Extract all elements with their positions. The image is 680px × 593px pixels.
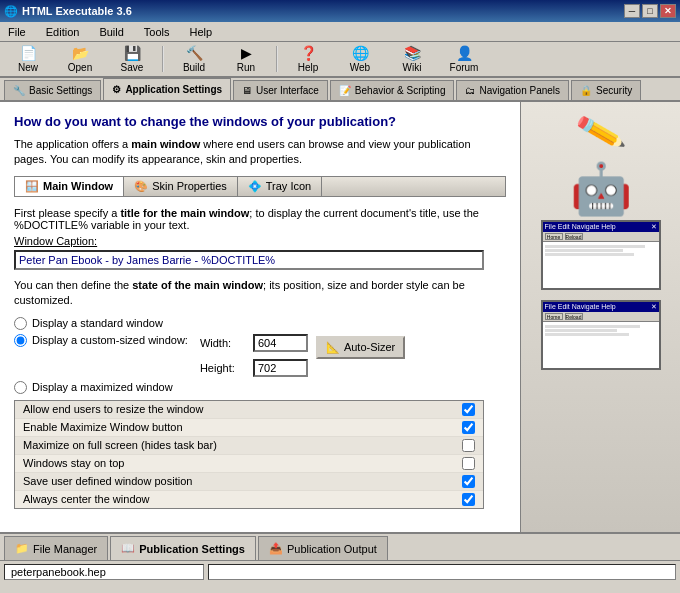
publication-settings-icon: 📖 bbox=[121, 542, 135, 555]
checkbox-5[interactable] bbox=[462, 493, 475, 506]
title-bar-text: HTML Executable 3.6 bbox=[22, 5, 132, 17]
autosizer-button[interactable]: 📐 Auto-Sizer bbox=[316, 336, 405, 359]
radio-custom-input[interactable] bbox=[14, 334, 27, 347]
separator-1 bbox=[162, 46, 164, 72]
publication-output-icon: 📤 bbox=[269, 542, 283, 555]
main-window-icon: 🪟 bbox=[25, 180, 39, 193]
app-icon: 🌐 bbox=[4, 5, 18, 18]
file-manager-icon: 📁 bbox=[15, 542, 29, 555]
tab-security[interactable]: 🔒 Security bbox=[571, 80, 641, 100]
menu-help[interactable]: Help bbox=[186, 24, 217, 40]
main-content: How do you want to change the windows of… bbox=[0, 102, 520, 532]
checkbox-1[interactable] bbox=[462, 421, 475, 434]
radio-maximized[interactable]: Display a maximized window bbox=[14, 381, 506, 394]
sub-tab-tray-icon[interactable]: 💠 Tray Icon bbox=[238, 177, 322, 196]
illustration: ✏️ 🤖 File Edit Navigate Help ✕ Home Relo… bbox=[521, 112, 680, 370]
radio-custom[interactable]: Display a custom-sized window: bbox=[14, 334, 188, 347]
help-button[interactable]: ❓ Help bbox=[284, 44, 332, 74]
screen-mini-1: File Edit Navigate Help ✕ Home Reload bbox=[541, 220, 661, 290]
height-input[interactable] bbox=[253, 359, 308, 377]
app-settings-icon: ⚙ bbox=[112, 84, 121, 95]
status-bar: peterpanebook.hep bbox=[0, 560, 680, 582]
close-button[interactable]: ✕ bbox=[660, 4, 676, 18]
new-icon: 📄 bbox=[20, 45, 37, 61]
minimize-button[interactable]: ─ bbox=[624, 4, 640, 18]
checkbox-4[interactable] bbox=[462, 475, 475, 488]
help-icon: ❓ bbox=[300, 45, 317, 61]
width-row: Width: bbox=[200, 334, 308, 352]
section-text-1: First please specify a title for the mai… bbox=[14, 207, 506, 231]
bottom-tab-publication-output[interactable]: 📤 Publication Output bbox=[258, 536, 388, 560]
web-button[interactable]: 🌐 Web bbox=[336, 44, 384, 74]
content-area: How do you want to change the windows of… bbox=[0, 102, 680, 532]
side-panel: ✏️ 🤖 File Edit Navigate Help ✕ Home Relo… bbox=[520, 102, 680, 532]
window-caption-label: Window Caption: bbox=[14, 235, 506, 247]
width-label: Width: bbox=[200, 337, 245, 349]
forum-button[interactable]: 👤 Forum bbox=[440, 44, 488, 74]
web-icon: 🌐 bbox=[352, 45, 369, 61]
checkbox-2[interactable] bbox=[462, 439, 475, 452]
forum-icon: 👤 bbox=[456, 45, 473, 61]
separator-2 bbox=[276, 46, 278, 72]
radio-standard-input[interactable] bbox=[14, 317, 27, 330]
tab-behavior-scripting[interactable]: 📝 Behavior & Scripting bbox=[330, 80, 455, 100]
option-row-0: Allow end users to resize the window bbox=[15, 401, 483, 419]
autosizer-icon: 📐 bbox=[326, 341, 340, 354]
maximize-button[interactable]: □ bbox=[642, 4, 658, 18]
height-row: Height: bbox=[200, 359, 308, 377]
tab-user-interface[interactable]: 🖥 User Interface bbox=[233, 80, 328, 100]
options-table: Allow end users to resize the window Ena… bbox=[14, 400, 484, 509]
security-icon: 🔒 bbox=[580, 85, 592, 96]
tab-navigation-panels[interactable]: 🗂 Navigation Panels bbox=[456, 80, 569, 100]
tool-icon: ✏️ bbox=[573, 107, 627, 159]
height-label: Height: bbox=[200, 362, 245, 374]
status-filename: peterpanebook.hep bbox=[4, 564, 204, 580]
tab-application-settings[interactable]: ⚙ Application Settings bbox=[103, 78, 231, 100]
wiki-icon: 📚 bbox=[404, 45, 421, 61]
radio-standard[interactable]: Display a standard window bbox=[14, 317, 506, 330]
sub-tab-main-window[interactable]: 🪟 Main Window bbox=[15, 177, 124, 196]
page-title: How do you want to change the windows of… bbox=[14, 114, 506, 129]
width-input[interactable] bbox=[253, 334, 308, 352]
main-tabs: 🔧 Basic Settings ⚙ Application Settings … bbox=[0, 78, 680, 102]
menu-file[interactable]: File bbox=[4, 24, 30, 40]
checkbox-0[interactable] bbox=[462, 403, 475, 416]
menu-build[interactable]: Build bbox=[95, 24, 127, 40]
behavior-icon: 📝 bbox=[339, 85, 351, 96]
skin-icon: 🎨 bbox=[134, 180, 148, 193]
bottom-tab-publication-settings[interactable]: 📖 Publication Settings bbox=[110, 536, 256, 560]
bottom-tabs: 📁 File Manager 📖 Publication Settings 📤 … bbox=[0, 532, 680, 560]
build-icon: 🔨 bbox=[186, 45, 203, 61]
checkbox-3[interactable] bbox=[462, 457, 475, 470]
open-icon: 📂 bbox=[72, 45, 89, 61]
robot-icon: 🤖 bbox=[570, 164, 632, 214]
screen-mini-2: File Edit Navigate Help ✕ Home Reload bbox=[541, 300, 661, 370]
toolbar: 📄 New 📂 Open 💾 Save 🔨 Build ▶ Run ❓ Help… bbox=[0, 42, 680, 78]
option-row-1: Enable Maximize Window button bbox=[15, 419, 483, 437]
title-bar: 🌐 HTML Executable 3.6 ─ □ ✕ bbox=[0, 0, 680, 22]
basic-settings-icon: 🔧 bbox=[13, 85, 25, 96]
run-button[interactable]: ▶ Run bbox=[222, 44, 270, 74]
save-icon: 💾 bbox=[124, 45, 141, 61]
menu-bar: File Edition Build Tools Help bbox=[0, 22, 680, 42]
bottom-tab-file-manager[interactable]: 📁 File Manager bbox=[4, 536, 108, 560]
menu-edition[interactable]: Edition bbox=[42, 24, 84, 40]
radio-maximized-input[interactable] bbox=[14, 381, 27, 394]
run-icon: ▶ bbox=[241, 45, 252, 61]
window-caption-input[interactable] bbox=[14, 250, 484, 270]
option-row-4: Save user defined window position bbox=[15, 473, 483, 491]
save-button[interactable]: 💾 Save bbox=[108, 44, 156, 74]
new-button[interactable]: 📄 New bbox=[4, 44, 52, 74]
tab-basic-settings[interactable]: 🔧 Basic Settings bbox=[4, 80, 101, 100]
sub-tab-skin-properties[interactable]: 🎨 Skin Properties bbox=[124, 177, 238, 196]
description: The application offers a main window whe… bbox=[14, 137, 506, 168]
user-interface-icon: 🖥 bbox=[242, 85, 252, 96]
radio-group: Display a standard window Display a cust… bbox=[14, 317, 506, 394]
open-button[interactable]: 📂 Open bbox=[56, 44, 104, 74]
menu-tools[interactable]: Tools bbox=[140, 24, 174, 40]
wiki-button[interactable]: 📚 Wiki bbox=[388, 44, 436, 74]
option-row-5: Always center the window bbox=[15, 491, 483, 508]
option-row-3: Windows stay on top bbox=[15, 455, 483, 473]
build-button[interactable]: 🔨 Build bbox=[170, 44, 218, 74]
tray-icon: 💠 bbox=[248, 180, 262, 193]
